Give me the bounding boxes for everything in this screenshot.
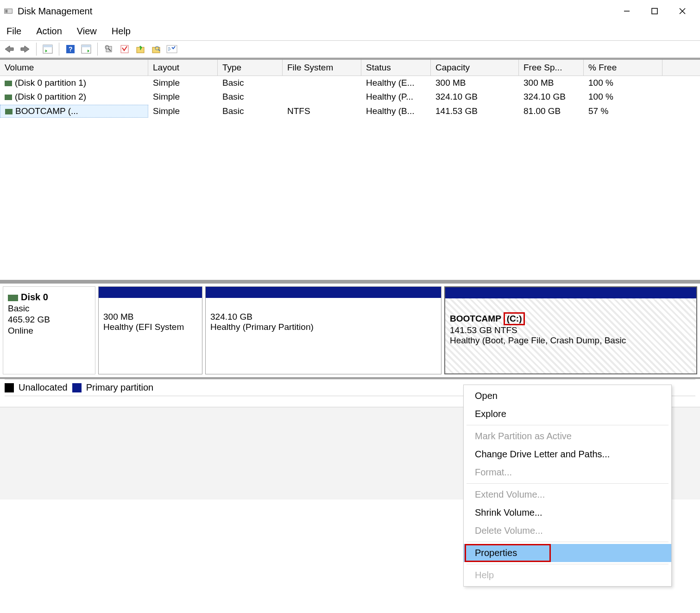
cm-explore[interactable]: Explore bbox=[464, 405, 671, 423]
svg-rect-1 bbox=[5, 10, 7, 13]
find-icon[interactable] bbox=[150, 43, 163, 56]
col-layout[interactable]: Layout bbox=[148, 60, 218, 76]
col-freespace[interactable]: Free Sp... bbox=[519, 60, 584, 76]
maximize-button[interactable] bbox=[641, 0, 668, 22]
volume-type: Basic bbox=[218, 91, 283, 103]
col-volume[interactable]: Volume bbox=[0, 60, 148, 76]
cm-help[interactable]: Help bbox=[464, 566, 671, 584]
volume-status: Healthy (E... bbox=[361, 77, 431, 89]
window-controls bbox=[613, 0, 696, 22]
col-filesystem[interactable]: File System bbox=[283, 60, 361, 76]
drive-icon bbox=[5, 95, 12, 100]
drive-icon bbox=[5, 109, 13, 114]
partition-block[interactable]: 324.10 GB Healthy (Primary Partition) bbox=[205, 286, 441, 374]
app-icon bbox=[4, 6, 13, 16]
volume-free: 300 MB bbox=[519, 77, 584, 89]
volume-row[interactable]: BOOTCAMP (... Simple Basic NTFS Healthy … bbox=[0, 104, 700, 119]
volume-layout: Simple bbox=[148, 91, 218, 103]
volume-list-header: Volume Layout Type File System Status Ca… bbox=[0, 60, 700, 76]
properties-icon[interactable] bbox=[165, 43, 178, 56]
minimize-button[interactable] bbox=[613, 0, 641, 22]
drive-icon bbox=[5, 81, 12, 86]
partitions-container: 300 MB Healthy (EFI System 324.10 GB Hea… bbox=[95, 286, 697, 374]
legend-swatch-primary bbox=[72, 383, 82, 392]
svg-rect-14 bbox=[82, 45, 91, 47]
disk-name: Disk 0 bbox=[21, 292, 48, 302]
refresh-icon[interactable] bbox=[118, 43, 131, 56]
volume-name: (Disk 0 partition 1) bbox=[15, 78, 86, 88]
volume-free: 81.00 GB bbox=[519, 105, 584, 117]
partition-status: Healthy (Primary Partition) bbox=[210, 322, 436, 332]
cm-properties[interactable]: Properties bbox=[464, 544, 671, 562]
partition-title-text: BOOTCAMP bbox=[450, 314, 501, 323]
volume-pct: 100 % bbox=[584, 77, 662, 89]
help-icon[interactable]: ? bbox=[64, 43, 77, 56]
volume-type: Basic bbox=[218, 77, 283, 89]
col-pctfree[interactable]: % Free bbox=[584, 60, 662, 76]
svg-marker-6 bbox=[5, 46, 13, 52]
volume-row[interactable]: (Disk 0 partition 1) Simple Basic Health… bbox=[0, 76, 700, 90]
svg-text:?: ? bbox=[69, 45, 73, 53]
cm-open[interactable]: Open bbox=[464, 387, 671, 405]
volume-status: Healthy (P... bbox=[361, 91, 431, 103]
cm-mark-active: Mark Partition as Active bbox=[464, 427, 671, 445]
volume-type: Basic bbox=[218, 105, 283, 117]
menu-view[interactable]: View bbox=[75, 24, 99, 38]
back-button[interactable] bbox=[3, 43, 16, 56]
drive-letter-highlight: (C:) bbox=[504, 312, 525, 325]
forward-button[interactable] bbox=[19, 43, 32, 56]
rescan-disks-icon[interactable] bbox=[134, 43, 147, 56]
col-status[interactable]: Status bbox=[361, 60, 431, 76]
volume-fs bbox=[283, 82, 361, 84]
close-button[interactable] bbox=[668, 0, 696, 22]
volume-name: (Disk 0 partition 2) bbox=[15, 92, 86, 101]
cm-extend: Extend Volume... bbox=[464, 486, 671, 504]
menu-action[interactable]: Action bbox=[34, 24, 64, 38]
disk-status: Online bbox=[8, 325, 90, 336]
legend-label-primary: Primary partition bbox=[86, 382, 154, 393]
partition-size: 300 MB bbox=[103, 312, 197, 322]
menu-help[interactable]: Help bbox=[110, 24, 132, 38]
volume-pct: 100 % bbox=[584, 91, 662, 103]
volume-layout: Simple bbox=[148, 105, 218, 117]
volume-capacity: 300 MB bbox=[431, 77, 519, 89]
window-title: Disk Management bbox=[18, 6, 92, 17]
volume-pct: 57 % bbox=[584, 105, 662, 117]
context-menu: Open Explore Mark Partition as Active Ch… bbox=[463, 385, 672, 587]
volume-capacity: 141.53 GB bbox=[431, 105, 519, 117]
col-spacer bbox=[662, 60, 700, 76]
menubar: File Action View Help bbox=[0, 22, 700, 40]
cm-shrink[interactable]: Shrink Volume... bbox=[464, 504, 671, 522]
action-pane-button[interactable] bbox=[80, 43, 93, 56]
volume-name: BOOTCAMP (... bbox=[15, 106, 78, 116]
volume-layout: Simple bbox=[148, 77, 218, 89]
partition-status: Healthy (Boot, Page File, Crash Dump, Ba… bbox=[450, 335, 692, 346]
partition-size: 324.10 GB bbox=[210, 312, 436, 322]
disk-graphical-panel: Disk 0 Basic 465.92 GB Online 300 MB Hea… bbox=[0, 282, 700, 379]
show-hide-console-tree-button[interactable] bbox=[41, 43, 54, 56]
legend-swatch-unallocated bbox=[5, 383, 14, 392]
disk-info[interactable]: Disk 0 Basic 465.92 GB Online bbox=[3, 286, 95, 374]
volume-list: Volume Layout Type File System Status Ca… bbox=[0, 58, 700, 282]
volume-fs: NTFS bbox=[283, 105, 361, 117]
settings-icon[interactable] bbox=[102, 43, 115, 56]
partition-block-bootcamp[interactable]: BOOTCAMP (C:) 141.53 GB NTFS Healthy (Bo… bbox=[444, 286, 697, 374]
titlebar: Disk Management bbox=[0, 0, 700, 22]
menu-file[interactable]: File bbox=[5, 24, 23, 38]
cm-change-letter[interactable]: Change Drive Letter and Paths... bbox=[464, 445, 671, 463]
disk-size: 465.92 GB bbox=[8, 314, 90, 325]
volume-row[interactable]: (Disk 0 partition 2) Simple Basic Health… bbox=[0, 90, 700, 104]
properties-highlight-box bbox=[465, 544, 551, 562]
svg-rect-9 bbox=[43, 45, 52, 47]
cm-delete: Delete Volume... bbox=[464, 522, 671, 540]
volume-list-body: (Disk 0 partition 1) Simple Basic Health… bbox=[0, 76, 700, 280]
col-type[interactable]: Type bbox=[218, 60, 283, 76]
disk-icon bbox=[8, 295, 18, 301]
partition-block[interactable]: 300 MB Healthy (EFI System bbox=[98, 286, 202, 374]
volume-capacity: 324.10 GB bbox=[431, 91, 519, 103]
volume-fs bbox=[283, 96, 361, 98]
col-capacity[interactable]: Capacity bbox=[431, 60, 519, 76]
volume-status: Healthy (B... bbox=[361, 105, 431, 117]
partition-status: Healthy (EFI System bbox=[103, 322, 197, 332]
cm-format: Format... bbox=[464, 463, 671, 481]
